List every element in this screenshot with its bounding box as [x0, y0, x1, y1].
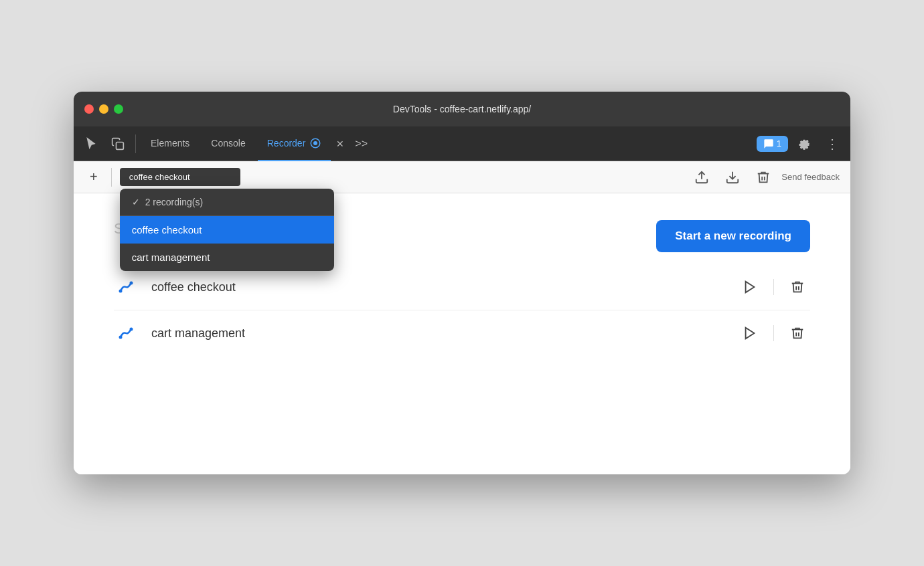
trash-icon	[790, 326, 805, 341]
download-icon	[725, 170, 740, 185]
chat-icon	[763, 138, 774, 149]
recorder-icon	[309, 137, 321, 149]
recording-item-name: cart management	[151, 326, 724, 341]
copy-icon-btn[interactable]	[106, 133, 130, 155]
play-recording-button[interactable]	[737, 323, 763, 343]
trash-icon	[756, 170, 771, 185]
cursor-icon-btn[interactable]	[79, 133, 103, 155]
content-toolbar-right: Send feedback	[689, 166, 840, 189]
recording-list: coffee checkout	[114, 264, 810, 356]
svg-point-8	[130, 328, 133, 331]
recording-dropdown-menu: ✓ 2 recording(s) coffee checkout cart ma…	[120, 189, 334, 271]
devtools-toolbar: Elements Console Recorder ✕ >> 1	[74, 126, 850, 161]
close-tab-button[interactable]: ✕	[333, 137, 347, 151]
dropdown-header: ✓ 2 recording(s)	[120, 189, 334, 216]
trash-icon	[790, 280, 805, 294]
dropdown-header-text: 2 recording(s)	[145, 197, 203, 207]
svg-point-7	[119, 336, 123, 339]
tab-console[interactable]: Console	[202, 126, 254, 161]
recording-item-actions	[737, 277, 810, 297]
more-options-button[interactable]: ⋮	[820, 132, 845, 156]
recording-selector-button[interactable]: coffee checkout	[120, 168, 240, 186]
maximize-button[interactable]	[114, 104, 123, 114]
gear-icon	[797, 137, 811, 151]
selected-recording-label: coffee checkout	[129, 172, 190, 182]
recording-squiggle-icon	[115, 276, 137, 298]
add-recording-button[interactable]: +	[84, 165, 103, 189]
window-title: DevTools - coffee-cart.netlify.app/	[393, 104, 531, 114]
feedback-badge[interactable]: 1	[757, 136, 788, 152]
recording-squiggle-icon	[115, 322, 137, 344]
copy-icon	[111, 137, 125, 151]
checkmark-icon: ✓	[132, 197, 140, 207]
tab-divider	[135, 134, 136, 153]
close-button[interactable]	[84, 104, 94, 114]
send-feedback-link[interactable]: Send feedback	[781, 172, 840, 182]
svg-point-5	[130, 282, 133, 285]
tab-recorder[interactable]: Recorder	[258, 126, 331, 161]
dropdown-item-coffee-checkout[interactable]: coffee checkout	[120, 216, 334, 244]
devtools-window: DevTools - coffee-cart.netlify.app/ Elem…	[74, 92, 850, 474]
dropdown-item-cart-management[interactable]: cart management	[120, 244, 334, 271]
cursor-icon	[84, 137, 98, 151]
content-toolbar-divider	[111, 168, 112, 187]
svg-marker-6	[746, 282, 755, 293]
minimize-button[interactable]	[99, 104, 108, 114]
svg-rect-0	[117, 142, 124, 149]
recording-item-icon-coffee-checkout	[114, 276, 138, 298]
recording-selector[interactable]: coffee checkout ✓ 2 recording(s) coffee …	[120, 168, 240, 186]
content-toolbar: + coffee checkout ✓ 2 recording(s) coffe…	[74, 161, 850, 193]
titlebar: DevTools - coffee-cart.netlify.app/	[74, 92, 850, 126]
play-icon	[743, 326, 757, 341]
delete-button[interactable]	[751, 166, 776, 189]
play-icon	[743, 280, 757, 294]
action-divider	[773, 279, 774, 295]
download-button[interactable]	[720, 166, 745, 189]
toolbar-right: 1 ⋮	[757, 132, 845, 156]
recording-item-icon-cart-management	[114, 322, 138, 344]
svg-marker-9	[746, 328, 755, 339]
more-tabs-button[interactable]: >>	[350, 134, 373, 154]
delete-recording-button[interactable]	[785, 323, 810, 343]
recording-item: cart management	[114, 310, 810, 356]
delete-recording-button[interactable]	[785, 277, 810, 297]
recording-item: coffee checkout	[114, 264, 810, 310]
play-recording-button[interactable]	[737, 277, 763, 297]
upload-icon	[694, 170, 709, 185]
svg-point-1	[313, 141, 317, 145]
svg-point-4	[119, 290, 123, 293]
tab-elements[interactable]: Elements	[141, 126, 199, 161]
recording-item-name: coffee checkout	[151, 280, 724, 294]
settings-button[interactable]	[792, 133, 816, 155]
start-recording-button[interactable]: Start a new recording	[656, 220, 810, 252]
action-divider	[773, 325, 774, 341]
traffic-lights	[84, 104, 123, 114]
recording-item-actions	[737, 323, 810, 343]
upload-button[interactable]	[689, 166, 714, 189]
